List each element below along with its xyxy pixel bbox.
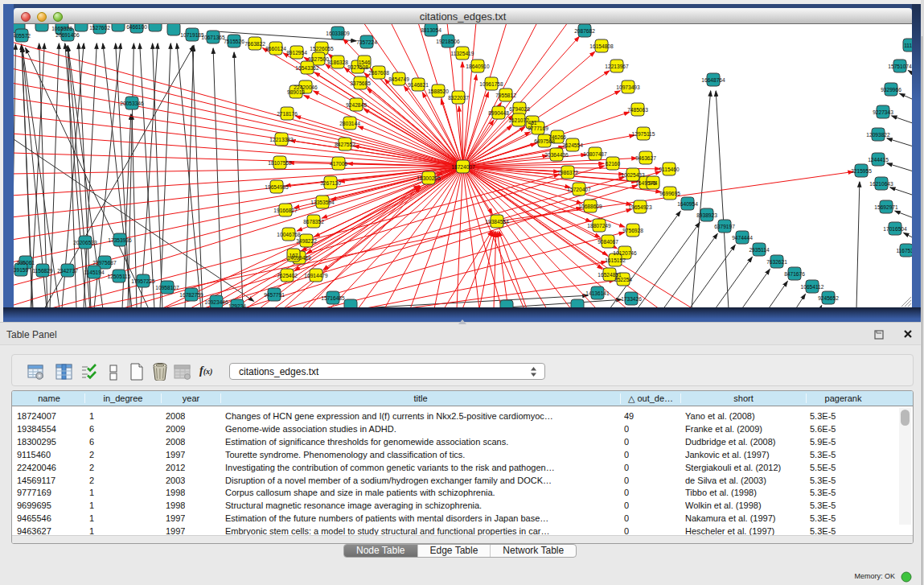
svg-text:9242848: 9242848 (346, 102, 367, 108)
svg-text:7663822: 7663822 (244, 41, 265, 47)
svg-text:20206533: 20206533 (73, 240, 97, 245)
svg-text:16914479: 16914479 (304, 273, 328, 278)
svg-text:16210643: 16210643 (869, 181, 893, 187)
svg-text:3624554: 3624554 (562, 142, 583, 148)
svg-text:23975687: 23975687 (92, 260, 117, 266)
svg-text:8186328: 8186328 (327, 60, 348, 65)
svg-text:8427552: 8427552 (335, 142, 355, 147)
svg-text:9329966: 9329966 (881, 87, 901, 93)
svg-text:1733426: 1733426 (621, 296, 642, 302)
svg-text:1244415: 1244415 (868, 157, 889, 163)
svg-text:1156829: 1156829 (32, 268, 53, 274)
svg-text:18724007: 18724007 (451, 164, 475, 170)
svg-text:19654923: 19654923 (628, 204, 652, 210)
svg-text:14136141: 14136141 (585, 290, 610, 296)
svg-text:1615152: 1615152 (605, 257, 626, 263)
svg-text:15692971: 15692971 (874, 204, 898, 210)
svg-text:12213967: 12213967 (605, 64, 629, 69)
svg-text:8471676: 8471676 (784, 271, 805, 277)
svg-text:7515526: 7515526 (224, 39, 244, 44)
svg-text:11325419: 11325419 (451, 51, 474, 56)
svg-text:8813054: 8813054 (421, 27, 441, 33)
svg-text:7986372: 7986372 (557, 170, 578, 175)
svg-text:3375685: 3375685 (350, 80, 371, 86)
svg-text:15716485: 15716485 (321, 295, 345, 301)
svg-text:989013: 989013 (287, 89, 305, 95)
svg-text:3267130: 3267130 (320, 180, 341, 186)
svg-text:417006: 417006 (330, 161, 347, 167)
svg-text:9777169: 9777169 (528, 126, 548, 131)
svg-text:7955812: 7955812 (495, 93, 516, 98)
svg-text:10046768: 10046768 (277, 232, 301, 237)
svg-text:19384554: 19384554 (485, 219, 509, 225)
svg-text:3215955: 3215955 (851, 168, 872, 174)
svg-text:1546: 1546 (359, 60, 371, 65)
svg-text:10025433: 10025433 (621, 172, 645, 178)
svg-text:15226055: 15226055 (310, 46, 334, 51)
svg-text:535061: 535061 (17, 260, 35, 266)
svg-text:17016504: 17016504 (883, 226, 907, 232)
svg-text:15751074: 15751074 (888, 64, 912, 69)
svg-text:17353936: 17353936 (108, 237, 132, 243)
svg-text:9699695: 9699695 (659, 191, 680, 196)
svg-text:2803144: 2803144 (339, 121, 360, 126)
svg-text:13353594: 13353594 (310, 200, 335, 205)
svg-text:12213383: 12213383 (269, 137, 294, 142)
svg-text:20364436: 20364436 (544, 152, 569, 158)
svg-text:15720407: 15720407 (567, 187, 591, 192)
svg-text:9227343: 9227343 (873, 109, 893, 115)
svg-text:9245652: 9245652 (818, 295, 839, 301)
svg-text:18640910: 18640910 (466, 64, 490, 69)
svg-text:1621072: 1621072 (508, 117, 529, 123)
svg-text:9327500: 9327500 (308, 56, 329, 62)
svg-text:16648764: 16648764 (701, 77, 725, 83)
svg-text:1527602: 1527602 (89, 25, 110, 31)
svg-text:10961758: 10961758 (479, 81, 503, 87)
svg-text:9327508: 9327508 (347, 64, 368, 70)
svg-text:10688609: 10688609 (578, 204, 602, 209)
svg-text:746266: 746266 (548, 134, 566, 140)
svg-text:451: 451 (528, 120, 536, 126)
svg-text:3498222: 3498222 (296, 238, 317, 244)
svg-text:12505115: 12505115 (108, 274, 131, 279)
svg-text:252254: 252254 (614, 277, 632, 282)
svg-text:6466100: 6466100 (126, 24, 147, 30)
svg-text:8322037: 8322037 (448, 95, 469, 101)
svg-text:16782759: 16782759 (179, 292, 203, 298)
svg-text:10973493: 10973493 (616, 84, 640, 90)
svg-text:10923446: 10923446 (204, 299, 228, 305)
svg-text:20053346: 20053346 (120, 101, 144, 106)
svg-text:7632621: 7632621 (766, 259, 787, 265)
svg-text:944: 944 (648, 180, 657, 186)
svg-text:18807249: 18807249 (587, 223, 611, 229)
svg-text:1117: 1117 (904, 43, 912, 48)
svg-text:18300295: 18300295 (417, 175, 441, 181)
svg-text:9457791: 9457791 (264, 292, 285, 298)
svg-text:62160: 62160 (606, 161, 621, 167)
svg-text:1588520: 1588520 (428, 89, 449, 94)
svg-text:8678352: 8678352 (303, 219, 324, 225)
svg-text:8454749: 8454749 (388, 76, 409, 82)
svg-text:9146821: 9146821 (408, 82, 429, 88)
svg-text:12975115: 12975115 (632, 131, 655, 137)
svg-text:1640954: 1640954 (677, 201, 698, 207)
svg-text:8660124: 8660124 (265, 46, 286, 51)
svg-text:8990448: 8990448 (488, 110, 509, 116)
svg-text:8912954: 8912954 (286, 50, 307, 56)
svg-text:9463627: 9463627 (635, 155, 656, 161)
svg-text:9474444: 9474444 (732, 235, 753, 241)
svg-text:1167533: 1167533 (896, 248, 912, 253)
svg-text:405572: 405572 (14, 33, 31, 39)
svg-text:1145194: 1145194 (84, 270, 105, 275)
svg-text:2867608: 2867608 (368, 70, 389, 76)
svg-text:167: 167 (289, 253, 298, 258)
svg-text:2718176: 2718176 (277, 111, 298, 117)
svg-text:6379197: 6379197 (714, 224, 735, 229)
svg-text:10671365: 10671365 (201, 35, 225, 40)
svg-text:8938923: 8938923 (696, 212, 717, 218)
svg-text:7485063: 7485063 (627, 107, 648, 113)
svg-text:1065328: 1065328 (51, 26, 72, 31)
svg-text:2935114: 2935114 (749, 247, 770, 253)
svg-text:7625402: 7625402 (277, 273, 298, 278)
svg-text:16154808: 16154808 (589, 43, 614, 49)
